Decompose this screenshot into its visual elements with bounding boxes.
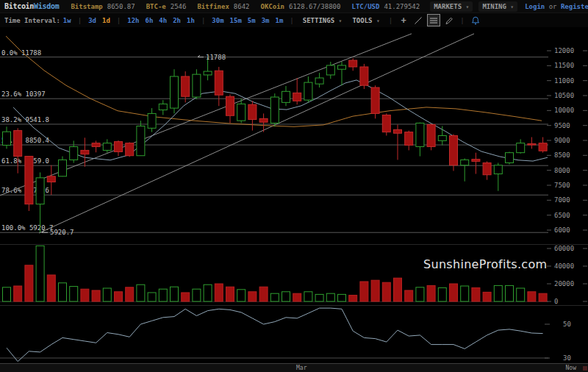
interval-3m[interactable]: 3m bbox=[262, 17, 270, 24]
svg-text:7500: 7500 bbox=[554, 182, 570, 189]
now-label: Now bbox=[566, 365, 576, 371]
ticker-ltc-usd[interactable]: LTC/USD41.279542 bbox=[351, 3, 420, 10]
alert-bell-icon[interactable] bbox=[470, 15, 481, 26]
ticker-okcoin[interactable]: OKCoin6128.67/38800 bbox=[261, 3, 341, 10]
svg-text:7000: 7000 bbox=[554, 196, 570, 204]
ticker-value: 8650.87 bbox=[107, 3, 135, 10]
interval-1w[interactable]: 1w bbox=[63, 17, 71, 24]
time-interval-label: Time Interval: bbox=[4, 17, 60, 24]
month-tick-label: Mar bbox=[296, 365, 306, 371]
svg-text:6000: 6000 bbox=[554, 226, 570, 234]
interval-12h[interactable]: 12h bbox=[127, 17, 139, 24]
svg-text:9500: 9500 bbox=[554, 122, 570, 129]
svg-text:9000: 9000 bbox=[554, 137, 570, 144]
interval-6h[interactable]: 6h bbox=[146, 17, 154, 24]
top-bar: BitcoinWisdom Bitstamp8650.87BTC-e2546Bi… bbox=[0, 0, 588, 13]
ticker-value: 2546 bbox=[171, 3, 187, 10]
time-axis-bar: Mar Now bbox=[0, 363, 588, 372]
bitcoinwisdom-app: BitcoinWisdom Bitstamp8650.87BTC-e2546Bi… bbox=[0, 0, 588, 372]
ticker-name: Bitfinex bbox=[197, 3, 229, 10]
interval-30m[interactable]: 30m bbox=[212, 17, 223, 24]
svg-text:20000: 20000 bbox=[554, 280, 574, 287]
interval-2h[interactable]: 2h bbox=[173, 17, 181, 24]
chart-panels[interactable]: 0.0% 1178823.6% 1039738.2% 9541.850.0% 8… bbox=[0, 27, 588, 363]
svg-text:10000: 10000 bbox=[554, 107, 574, 114]
brand-part1: Bitcoin bbox=[4, 2, 34, 10]
chart-toolbar: Time Interval: 1w|3d1d|12h6h4h2h1h|30m15… bbox=[0, 13, 588, 27]
interval-1m[interactable]: 1m bbox=[276, 17, 284, 24]
fib-retracement-icon[interactable] bbox=[427, 14, 440, 26]
chevron-down-icon: ▾ bbox=[376, 18, 380, 24]
svg-text:11000: 11000 bbox=[554, 77, 574, 85]
register-link[interactable]: Register bbox=[561, 3, 588, 10]
tools-button[interactable]: TOOLS ▾ bbox=[352, 17, 379, 24]
brand-logo[interactable]: BitcoinWisdom bbox=[4, 2, 59, 10]
price-volume-rsi-chart[interactable]: 0.0% 1178823.6% 1039738.2% 9541.850.0% 8… bbox=[0, 27, 588, 363]
line-tool-icon[interactable] bbox=[412, 15, 424, 26]
ticker-btc-e[interactable]: BTC-e2546 bbox=[146, 3, 187, 10]
settings-button[interactable]: SETTINGS ▾ bbox=[303, 17, 343, 24]
ticker-name: BTC-e bbox=[146, 3, 166, 10]
exchange-tickers: Bitstamp8650.87BTC-e2546Bitfinex8642OKCo… bbox=[71, 3, 420, 10]
chevron-down-icon: ▾ bbox=[510, 4, 514, 10]
svg-text:8500: 8500 bbox=[554, 151, 570, 159]
svg-text:0: 0 bbox=[554, 298, 558, 305]
ticker-bitfinex[interactable]: Bitfinex8642 bbox=[197, 3, 249, 10]
svg-text:60000: 60000 bbox=[554, 245, 574, 252]
chevron-down-icon: ▾ bbox=[466, 4, 470, 10]
brand-part2: Wisdom bbox=[34, 2, 59, 10]
ticker-name: OKCoin bbox=[261, 3, 285, 10]
svg-text:8000: 8000 bbox=[554, 167, 570, 174]
ticker-name: LTC/USD bbox=[351, 3, 379, 10]
svg-text:100.0% 5920.7: 100.0% 5920.7 bbox=[1, 224, 53, 232]
chevron-down-icon: ▾ bbox=[339, 18, 343, 24]
interval-selector: 1w|3d1d|12h6h4h2h1h|30m15m5m3m1m bbox=[60, 17, 287, 24]
interval-3d[interactable]: 3d bbox=[88, 17, 96, 24]
login-link[interactable]: Login bbox=[525, 3, 545, 10]
corner-handle bbox=[583, 366, 587, 371]
svg-text:30: 30 bbox=[563, 354, 571, 362]
svg-text:11788: 11788 bbox=[206, 54, 226, 61]
interval-5m[interactable]: 5m bbox=[248, 17, 256, 24]
ticker-value: 6128.67/38800 bbox=[289, 3, 340, 10]
header-menus: MARKETS ▾ MINING ▾ bbox=[430, 1, 517, 12]
svg-text:50: 50 bbox=[563, 321, 571, 328]
ticker-name: Bitstamp bbox=[71, 3, 102, 10]
auth-links: Login or Register bbox=[525, 3, 588, 10]
svg-text:11500: 11500 bbox=[554, 62, 574, 69]
markets-menu[interactable]: MARKETS ▾ bbox=[430, 1, 473, 12]
svg-text:0.0% 11788: 0.0% 11788 bbox=[1, 49, 41, 57]
svg-text:23.6% 10397: 23.6% 10397 bbox=[1, 90, 46, 98]
svg-text:40000: 40000 bbox=[554, 262, 574, 270]
watermark-text: SunshineProfits.com bbox=[423, 257, 547, 271]
auth-or-text: or bbox=[549, 3, 557, 10]
interval-15m[interactable]: 15m bbox=[230, 17, 242, 24]
ticker-value: 8642 bbox=[234, 3, 250, 10]
ticker-value: 41.279542 bbox=[384, 3, 420, 10]
mining-menu[interactable]: MINING ▾ bbox=[478, 1, 517, 12]
svg-text:5920.7: 5920.7 bbox=[50, 229, 74, 236]
svg-text:10500: 10500 bbox=[554, 92, 574, 99]
svg-text:12000: 12000 bbox=[554, 47, 574, 54]
plus-icon[interactable]: + bbox=[398, 15, 409, 26]
draw-pencil-icon[interactable] bbox=[443, 15, 455, 26]
interval-4h[interactable]: 4h bbox=[159, 17, 167, 24]
interval-1d[interactable]: 1d bbox=[102, 17, 110, 24]
interval-1h[interactable]: 1h bbox=[187, 17, 195, 24]
svg-text:6500: 6500 bbox=[554, 212, 570, 219]
ticker-bitstamp[interactable]: Bitstamp8650.87 bbox=[71, 3, 135, 10]
